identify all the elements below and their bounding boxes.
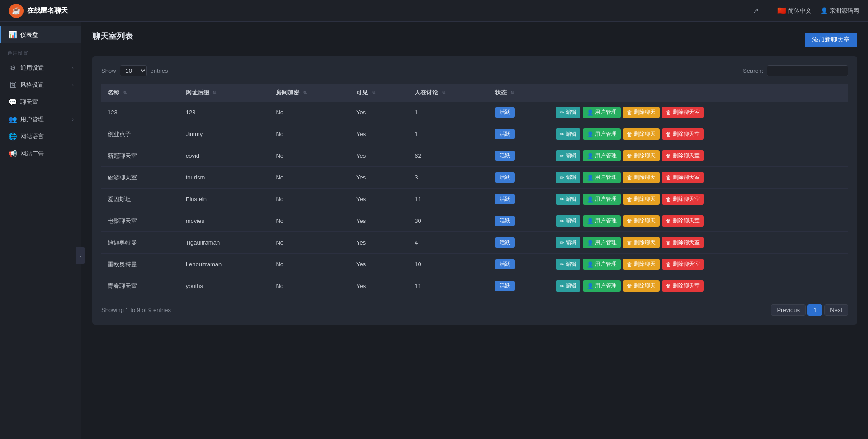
external-link-icon[interactable]: ↗ [753, 6, 759, 15]
user-mgmt-button[interactable]: 👤 用户管理 [583, 280, 621, 292]
user-mgmt-button[interactable]: 👤 用户管理 [583, 194, 621, 205]
search-control: Search: [743, 65, 848, 76]
delete-chat-button[interactable]: 🗑 删除聊天 [623, 280, 660, 292]
sidebar-item-site-lang[interactable]: 🌐 网站语言 [0, 128, 81, 145]
delete-chat-button[interactable]: 🗑 删除聊天 [623, 259, 660, 270]
trash-icon-room: 🗑 [666, 196, 671, 203]
sidebar-item-site-ads[interactable]: 📢 网站广告 [0, 145, 81, 162]
trash-icon-room: 🗑 [666, 109, 671, 116]
cell-name: 123 [101, 102, 179, 123]
delete-room-button[interactable]: 🗑 删除聊天室 [662, 237, 704, 248]
delete-chat-button[interactable]: 🗑 删除聊天 [623, 128, 660, 140]
entries-select[interactable]: 10 25 50 100 [120, 65, 147, 76]
cell-visible: Yes [350, 232, 408, 254]
add-chatroom-button[interactable]: 添加新聊天室 [805, 33, 857, 47]
delete-room-button[interactable]: 🗑 删除聊天室 [662, 280, 704, 292]
pagination-next[interactable]: Next [824, 304, 848, 316]
sidebar-dashboard-label: 仪表盘 [20, 31, 74, 39]
cell-visible: Yes [350, 145, 408, 167]
cell-name: 青春聊天室 [101, 275, 179, 297]
cell-name: 新冠聊天室 [101, 145, 179, 167]
flag-icon: 🇨🇳 [777, 6, 786, 15]
delete-chat-button[interactable]: 🗑 删除聊天 [623, 107, 660, 118]
sidebar-item-user-mgmt[interactable]: 👥 用户管理 › [0, 111, 81, 128]
edit-button[interactable]: ✏ 编辑 [556, 172, 580, 183]
delete-room-button[interactable]: 🗑 删除聊天室 [662, 150, 704, 161]
trash-icon-room: 🗑 [666, 131, 671, 137]
sidebar-item-general-settings[interactable]: ⚙ 通用设置 › [0, 59, 81, 76]
layout: 📊 仪表盘 通用设置 ⚙ 通用设置 › 🖼 风格设置 › 💬 聊天室 👥 用户管… [0, 22, 868, 439]
language-selector[interactable]: 🇨🇳 简体中文 [777, 6, 811, 15]
edit-icon: ✏ [560, 261, 564, 268]
sidebar-toggle[interactable]: ‹ [76, 247, 81, 264]
delete-room-button[interactable]: 🗑 删除聊天室 [662, 194, 704, 205]
user-mgmt-button[interactable]: 👤 用户管理 [583, 107, 621, 118]
delete-room-button[interactable]: 🗑 删除聊天室 [662, 259, 704, 270]
delete-chat-button[interactable]: 🗑 删除聊天 [623, 237, 660, 248]
user-mgmt-button[interactable]: 👤 用户管理 [583, 150, 621, 161]
nav-divider [768, 5, 768, 16]
edit-button[interactable]: ✏ 编辑 [556, 215, 580, 227]
user-mgmt-button[interactable]: 👤 用户管理 [583, 172, 621, 183]
cell-url: covid [179, 145, 270, 167]
table-row: 创业点子 Jimmy No Yes 1 活跃 ✏ 编辑 👤 用户管理 🗑 删除聊… [101, 123, 848, 145]
style-settings-icon: 🖼 [9, 81, 17, 89]
sidebar-item-dashboard[interactable]: 📊 仪表盘 [0, 26, 81, 43]
trash-icon-chat: 🗑 [627, 261, 632, 268]
cell-discussing: 30 [408, 210, 489, 232]
sidebar-item-chatroom[interactable]: 💬 聊天室 [0, 94, 81, 111]
sidebar-general-settings-label: 通用设置 [20, 64, 68, 72]
edit-button[interactable]: ✏ 编辑 [556, 128, 580, 140]
user-mgmt-button[interactable]: 👤 用户管理 [583, 237, 621, 248]
col-header-name[interactable]: 名称 ⇅ [101, 84, 179, 102]
edit-button[interactable]: ✏ 编辑 [556, 107, 580, 118]
user-area[interactable]: 👤 亲测源码网 [821, 7, 859, 15]
edit-button[interactable]: ✏ 编辑 [556, 237, 580, 248]
edit-icon: ✏ [560, 153, 564, 159]
edit-button[interactable]: ✏ 编辑 [556, 150, 580, 161]
user-mgmt-button[interactable]: 👤 用户管理 [583, 259, 621, 270]
delete-room-button[interactable]: 🗑 删除聊天室 [662, 215, 704, 227]
cell-actions: ✏ 编辑 👤 用户管理 🗑 删除聊天 🗑 删除聊天室 [549, 189, 848, 210]
cell-actions: ✏ 编辑 👤 用户管理 🗑 删除聊天 🗑 删除聊天室 [549, 232, 848, 254]
pagination-info: Showing 1 to 9 of 9 entries [101, 307, 171, 313]
pagination-previous[interactable]: Previous [771, 304, 806, 316]
cell-actions: ✏ 编辑 👤 用户管理 🗑 删除聊天 🗑 删除聊天室 [549, 254, 848, 275]
cell-name: 旅游聊天室 [101, 167, 179, 189]
search-label: Search: [743, 67, 763, 74]
search-input[interactable] [767, 65, 848, 76]
cell-encryption: No [269, 232, 350, 254]
col-header-url[interactable]: 网址后缀 ⇅ [179, 84, 270, 102]
delete-chat-button[interactable]: 🗑 删除聊天 [623, 150, 660, 161]
col-header-visible[interactable]: 可见 ⇅ [350, 84, 408, 102]
delete-chat-button[interactable]: 🗑 删除聊天 [623, 194, 660, 205]
delete-room-button[interactable]: 🗑 删除聊天室 [662, 128, 704, 140]
user-mgmt-icon: 👥 [9, 115, 17, 123]
cell-url: tourism [179, 167, 270, 189]
edit-button[interactable]: ✏ 编辑 [556, 259, 580, 270]
trash-icon-room: 🗑 [666, 218, 671, 224]
pagination-page-1[interactable]: 1 [807, 304, 822, 316]
cell-discussing: 62 [408, 145, 489, 167]
cell-status: 活跃 [489, 254, 549, 275]
col-header-encryption[interactable]: 房间加密 ⇅ [269, 84, 350, 102]
delete-chat-button[interactable]: 🗑 删除聊天 [623, 215, 660, 227]
cell-encryption: No [269, 167, 350, 189]
trash-icon-room: 🗑 [666, 261, 671, 268]
cell-status: 活跃 [489, 167, 549, 189]
delete-room-button[interactable]: 🗑 删除聊天室 [662, 172, 704, 183]
delete-chat-button[interactable]: 🗑 删除聊天 [623, 172, 660, 183]
brand-icon: ☕ [9, 4, 24, 18]
edit-button[interactable]: ✏ 编辑 [556, 280, 580, 292]
delete-room-button[interactable]: 🗑 删除聊天室 [662, 107, 704, 118]
user-mgmt-button[interactable]: 👤 用户管理 [583, 215, 621, 227]
sort-icon-disc: ⇅ [442, 90, 445, 95]
table-row: 123 123 No Yes 1 活跃 ✏ 编辑 👤 用户管理 🗑 删除聊天 🗑… [101, 102, 848, 123]
col-header-status[interactable]: 状态 ⇅ [489, 84, 549, 102]
edit-button[interactable]: ✏ 编辑 [556, 194, 580, 205]
user-mgmt-button[interactable]: 👤 用户管理 [583, 128, 621, 140]
col-header-discussing[interactable]: 人在讨论 ⇅ [408, 84, 489, 102]
cell-url: youths [179, 275, 270, 297]
cell-status: 活跃 [489, 123, 549, 145]
sidebar-item-style-settings[interactable]: 🖼 风格设置 › [0, 76, 81, 94]
